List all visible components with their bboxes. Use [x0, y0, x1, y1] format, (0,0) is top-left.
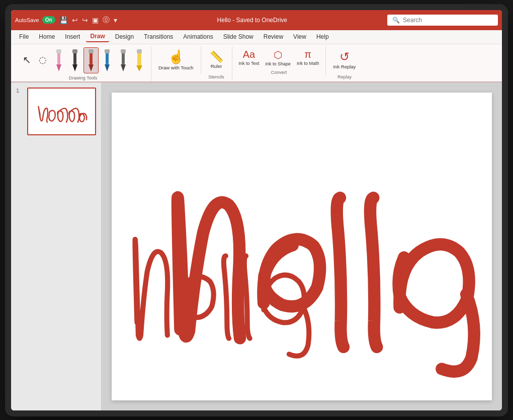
title-bar-icons: 💾 ↩ ↪ ▣ ⓪ ▾ — [59, 16, 117, 25]
search-input[interactable] — [403, 17, 493, 24]
screen: AutoSave On 💾 ↩ ↪ ▣ ⓪ ▾ Hello - Saved to… — [11, 10, 502, 410]
ink-to-math-icon: π — [304, 49, 311, 60]
pen-blue-btn[interactable] — [100, 47, 115, 73]
pen-gray-btn[interactable] — [116, 47, 131, 73]
pen-gray-icon — [119, 49, 128, 71]
svg-rect-17 — [137, 49, 142, 53]
menu-file[interactable]: File — [15, 32, 33, 42]
slide-canvas-area[interactable] — [102, 82, 502, 410]
hello-large-svg — [112, 93, 492, 400]
menu-draw[interactable]: Draw — [86, 31, 109, 42]
menu-slideshow[interactable]: Slide Show — [219, 32, 258, 42]
svg-rect-11 — [105, 49, 110, 53]
draw-touch-group: ☝ Draw with Touch — [151, 46, 201, 74]
ink-replay-label: Ink Replay — [333, 64, 356, 69]
lasso-tool-btn[interactable]: ◌ — [35, 48, 50, 73]
laptop-frame: AutoSave On 💾 ↩ ↪ ▣ ⓪ ▾ Hello - Saved to… — [5, 4, 508, 416]
menu-view[interactable]: View — [289, 32, 310, 42]
svg-marker-10 — [105, 64, 110, 71]
ink-replay-btn[interactable]: ↺ Ink Replay — [330, 47, 359, 72]
title-bar: AutoSave On 💾 ↩ ↪ ▣ ⓪ ▾ Hello - Saved to… — [11, 10, 502, 30]
main-content: 1 — [11, 82, 502, 410]
draw-touch-btn[interactable]: ☝ Draw with Touch — [155, 47, 197, 72]
ink-to-text-icon: Aa — [243, 49, 255, 60]
svg-marker-13 — [121, 64, 126, 71]
doc-title: Hello - Saved to OneDrive — [121, 17, 383, 24]
autosave-label: AutoSave — [15, 17, 39, 23]
search-box[interactable]: 🔍 — [387, 15, 498, 26]
share-icon[interactable]: ⓪ — [103, 16, 110, 25]
draw-touch-label: Draw with Touch — [158, 65, 194, 70]
ruler-label: Ruler — [211, 63, 222, 69]
select-icon: ↖ — [23, 54, 31, 66]
svg-rect-8 — [89, 49, 94, 53]
svg-marker-4 — [72, 64, 77, 71]
menu-help[interactable]: Help — [312, 32, 333, 42]
ink-to-math-btn[interactable]: π Ink to Math — [294, 47, 322, 68]
slide-number: 1 — [16, 88, 24, 94]
ink-to-math-label: Ink to Math — [297, 61, 319, 66]
highlighter-yellow-icon — [135, 49, 144, 71]
ruler-icon: 📏 — [210, 50, 223, 63]
menu-insert[interactable]: Insert — [61, 32, 84, 42]
pen-red-icon — [87, 49, 96, 71]
ruler-btn[interactable]: 📏 Ruler — [205, 47, 228, 72]
customize-icon[interactable]: ▾ — [114, 16, 117, 24]
menu-bar: File Home Insert Draw Design Transitions… — [11, 30, 502, 44]
svg-marker-7 — [89, 64, 94, 71]
select-tool-btn[interactable]: ↖ — [19, 48, 34, 73]
drawing-tools-group: ↖ ◌ — [15, 46, 151, 81]
autosave-toggle[interactable]: On — [42, 16, 55, 24]
ink-to-shape-icon: ⬡ — [274, 49, 282, 61]
save-icon[interactable]: 💾 — [59, 16, 68, 24]
menu-transitions[interactable]: Transitions — [140, 32, 177, 42]
slides-panel: 1 — [11, 82, 102, 410]
present-icon[interactable]: ▣ — [92, 16, 99, 24]
stencils-label: Stencils — [208, 74, 224, 79]
slide-thumb-container: 1 — [16, 88, 96, 135]
undo-icon[interactable]: ↩ — [72, 16, 78, 24]
pen-pink-btn[interactable] — [51, 47, 66, 73]
pen-pink-icon — [54, 49, 63, 71]
ink-replay-icon: ↺ — [339, 50, 350, 64]
pen-blue-icon — [103, 49, 112, 71]
slide-thumb-svg — [28, 88, 95, 135]
drawing-tools-buttons: ↖ ◌ — [19, 47, 147, 73]
ribbon: ↖ ◌ — [11, 44, 502, 82]
replay-label: Replay — [337, 74, 352, 79]
ink-to-shape-label: Ink to Shape — [265, 61, 291, 67]
ribbon-groups: ↖ ◌ — [15, 46, 498, 81]
svg-marker-1 — [56, 64, 61, 71]
draw-touch-icon: ☝ — [168, 49, 184, 65]
svg-rect-14 — [121, 49, 126, 53]
stencils-group: 📏 Ruler Stencils — [201, 46, 232, 80]
menu-design[interactable]: Design — [111, 32, 138, 42]
pen-black-btn[interactable] — [67, 47, 82, 73]
slide-thumbnail[interactable] — [27, 88, 96, 135]
svg-rect-5 — [72, 49, 77, 53]
search-icon: 🔍 — [392, 17, 400, 24]
menu-home[interactable]: Home — [35, 32, 59, 42]
replay-group: ↺ Ink Replay Replay — [326, 46, 363, 80]
svg-rect-2 — [56, 49, 61, 53]
menu-review[interactable]: Review — [260, 32, 287, 42]
svg-marker-16 — [136, 65, 142, 71]
pen-red-btn[interactable] — [83, 47, 99, 73]
ink-to-text-label: Ink to Text — [239, 61, 260, 66]
convert-label: Convert — [271, 70, 287, 75]
redo-icon[interactable]: ↪ — [82, 16, 88, 24]
ink-to-text-btn[interactable]: Aa Ink to Text — [236, 47, 262, 68]
pen-black-icon — [70, 49, 79, 71]
drawing-tools-label: Drawing Tools — [69, 75, 97, 80]
slide-main — [112, 93, 492, 400]
menu-animations[interactable]: Animations — [179, 32, 217, 42]
highlighter-yellow-btn[interactable] — [132, 47, 147, 73]
convert-group: Aa Ink to Text ⬡ Ink to Shape π Ink to M… — [232, 46, 326, 76]
lasso-icon: ◌ — [39, 54, 47, 65]
ink-to-shape-btn[interactable]: ⬡ Ink to Shape — [263, 47, 293, 68]
autosave-section: AutoSave On — [15, 16, 55, 24]
